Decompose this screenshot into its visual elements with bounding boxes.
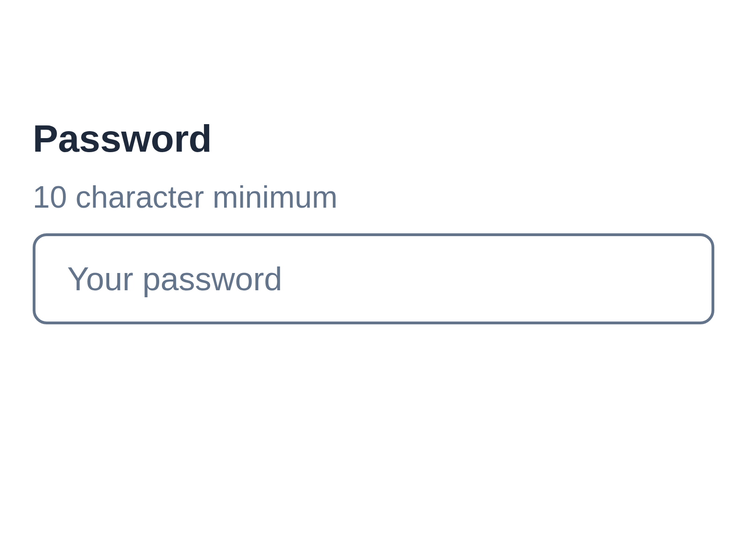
password-hint: 10 character minimum [33, 179, 714, 215]
password-input[interactable] [33, 233, 714, 324]
password-form-group: Password 10 character minimum [33, 117, 714, 324]
password-label: Password [33, 117, 714, 161]
